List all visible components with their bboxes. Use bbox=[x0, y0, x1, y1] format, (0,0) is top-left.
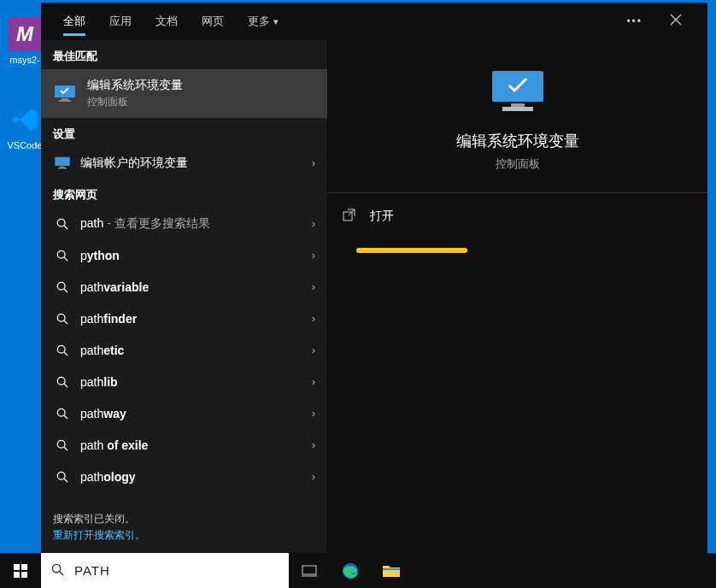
index-notice: 搜索索引已关闭。 重新打开搜索索引。 bbox=[41, 502, 327, 553]
web-result-4[interactable]: pathetic› bbox=[41, 334, 327, 366]
svg-line-13 bbox=[64, 320, 67, 324]
vscode-logo-icon bbox=[8, 103, 42, 137]
search-icon bbox=[53, 374, 72, 390]
chevron-right-icon: › bbox=[312, 407, 315, 420]
svg-point-18 bbox=[57, 409, 65, 416]
svg-rect-34 bbox=[302, 566, 316, 574]
more-options-button[interactable]: ••• bbox=[614, 7, 654, 36]
best-match-result[interactable]: 编辑系统环境变量 控制面板 bbox=[41, 69, 327, 118]
start-button[interactable] bbox=[0, 553, 41, 588]
result-label: path - 查看更多搜索结果 bbox=[80, 216, 312, 232]
tab-web[interactable]: 网页 bbox=[190, 5, 236, 38]
desktop-icon-vscode[interactable]: VSCode bbox=[3, 103, 46, 150]
chevron-right-icon: › bbox=[312, 280, 315, 293]
taskbar bbox=[0, 553, 716, 588]
index-closed-text: 搜索索引已关闭。 bbox=[53, 512, 315, 526]
tab-all[interactable]: 全部 bbox=[51, 5, 97, 38]
web-result-3[interactable]: pathfinder› bbox=[41, 303, 327, 334]
svg-rect-28 bbox=[14, 564, 20, 570]
svg-point-10 bbox=[57, 282, 65, 290]
web-result-5[interactable]: pathlib› bbox=[41, 366, 327, 397]
edge-icon bbox=[341, 562, 360, 580]
task-view-button[interactable] bbox=[289, 553, 330, 588]
chevron-right-icon: › bbox=[312, 217, 315, 230]
svg-point-8 bbox=[57, 250, 65, 258]
svg-line-33 bbox=[60, 571, 63, 574]
svg-rect-1 bbox=[62, 98, 68, 100]
chevron-down-icon: ▾ bbox=[273, 16, 279, 26]
best-match-title: 编辑系统环境变量 bbox=[87, 78, 315, 93]
best-match-subtitle: 控制面板 bbox=[87, 95, 315, 109]
detail-subtitle: 控制面板 bbox=[496, 156, 540, 172]
svg-line-7 bbox=[64, 226, 67, 229]
open-action[interactable]: 打开 bbox=[343, 205, 692, 227]
search-icon bbox=[53, 248, 72, 263]
monitor-check-icon bbox=[53, 85, 77, 103]
open-icon bbox=[343, 209, 360, 224]
web-result-1[interactable]: python› bbox=[41, 239, 327, 271]
taskbar-file-explorer[interactable] bbox=[371, 553, 412, 588]
start-search-panel: 全部 应用 文档 网页 更多▾ ••• 最佳匹配 bbox=[41, 3, 707, 553]
web-result-2[interactable]: pathvariable› bbox=[41, 271, 327, 303]
open-label: 打开 bbox=[370, 209, 394, 224]
svg-rect-2 bbox=[59, 100, 71, 102]
svg-line-9 bbox=[64, 257, 67, 261]
detail-title: 编辑系统环境变量 bbox=[456, 131, 579, 151]
result-label: pathfinder bbox=[80, 312, 312, 326]
web-result-7[interactable]: path of exile› bbox=[41, 429, 327, 461]
chevron-right-icon: › bbox=[312, 438, 315, 451]
result-label: pathvariable bbox=[80, 280, 312, 294]
detail-hero: 编辑系统环境变量 控制面板 bbox=[327, 40, 707, 193]
desktop-icon-msys2[interactable]: M msys2- bbox=[3, 17, 46, 65]
taskbar-edge[interactable] bbox=[330, 553, 371, 588]
search-icon bbox=[53, 406, 72, 421]
svg-point-20 bbox=[57, 440, 65, 448]
result-label: python bbox=[80, 249, 312, 262]
search-input[interactable] bbox=[74, 563, 279, 578]
tab-more[interactable]: 更多▾ bbox=[236, 5, 291, 38]
svg-point-14 bbox=[57, 345, 65, 353]
desktop-icon-label: VSCode bbox=[3, 140, 46, 150]
svg-rect-5 bbox=[58, 168, 67, 168]
svg-line-17 bbox=[64, 384, 67, 387]
tab-more-label: 更多 bbox=[248, 15, 270, 27]
svg-rect-29 bbox=[21, 564, 27, 570]
svg-rect-30 bbox=[14, 572, 20, 578]
close-button[interactable] bbox=[654, 5, 697, 38]
monitor-check-large-icon bbox=[487, 68, 549, 115]
svg-line-15 bbox=[64, 352, 67, 356]
chevron-right-icon: › bbox=[312, 375, 315, 388]
tab-docs[interactable]: 文档 bbox=[144, 5, 190, 38]
search-icon bbox=[53, 216, 72, 232]
folder-icon bbox=[383, 564, 400, 578]
result-label: pathlib bbox=[80, 375, 312, 389]
annotation-highlight bbox=[356, 248, 467, 253]
msys2-logo-icon: M bbox=[8, 17, 42, 51]
taskbar-search-box[interactable] bbox=[41, 553, 289, 588]
web-result-6[interactable]: pathway› bbox=[41, 397, 327, 429]
svg-rect-37 bbox=[383, 568, 400, 570]
svg-point-32 bbox=[52, 564, 60, 572]
result-label: pathway bbox=[80, 407, 312, 420]
svg-rect-4 bbox=[60, 166, 65, 167]
svg-point-6 bbox=[57, 219, 65, 226]
settings-result-edit-account-env[interactable]: 编辑帐户的环境变量 › bbox=[41, 147, 327, 179]
monitor-icon bbox=[53, 156, 72, 171]
svg-point-16 bbox=[57, 377, 65, 385]
svg-rect-25 bbox=[511, 103, 525, 107]
windows-logo-icon bbox=[14, 564, 27, 578]
svg-rect-31 bbox=[21, 572, 27, 578]
section-settings-header: 设置 bbox=[41, 118, 327, 147]
reopen-index-link[interactable]: 重新打开搜索索引。 bbox=[53, 528, 145, 543]
chevron-right-icon: › bbox=[312, 312, 315, 325]
search-icon bbox=[53, 438, 72, 453]
web-result-0[interactable]: path - 查看更多搜索结果› bbox=[41, 208, 327, 239]
chevron-right-icon: › bbox=[312, 156, 315, 169]
detail-pane: 编辑系统环境变量 控制面板 打开 bbox=[327, 40, 707, 553]
results-pane: 最佳匹配 编辑系统环境变量 控制面板 设置 bbox=[41, 40, 327, 553]
svg-rect-3 bbox=[55, 156, 69, 165]
svg-point-22 bbox=[57, 472, 65, 479]
section-best-match-header: 最佳匹配 bbox=[41, 40, 327, 69]
tab-apps[interactable]: 应用 bbox=[97, 5, 144, 38]
web-result-8[interactable]: pathology› bbox=[41, 461, 327, 492]
